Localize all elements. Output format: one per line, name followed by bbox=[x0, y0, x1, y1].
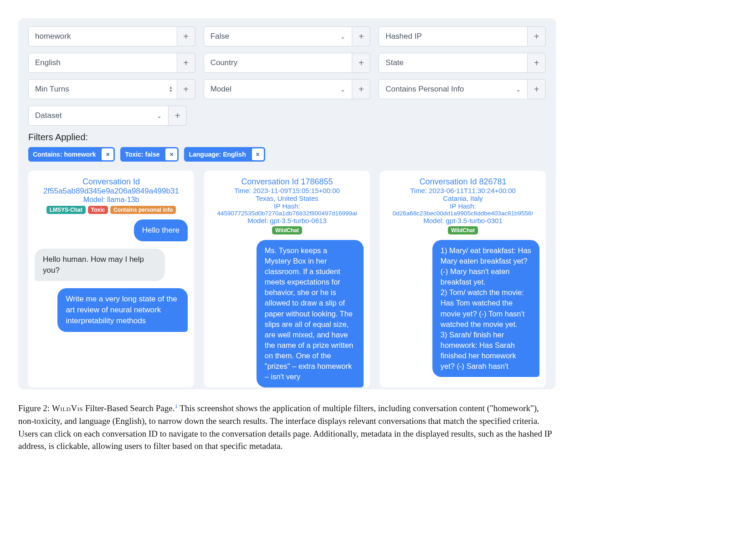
card-header: Conversation Id 2f55a5ab89d345e9a206a984… bbox=[35, 177, 188, 214]
conversation-id-label[interactable]: Conversation Id 1786855 bbox=[210, 177, 364, 187]
filter-state: State + bbox=[379, 53, 546, 73]
filter-country: Country + bbox=[204, 53, 371, 73]
chip-label: Contains: homework bbox=[28, 147, 100, 162]
keyword-input[interactable]: homework bbox=[28, 26, 177, 46]
filter-hashed-ip: Hashed IP + bbox=[379, 26, 546, 46]
chip-language: Language: English × bbox=[184, 147, 265, 162]
model-line[interactable]: Model: gpt-3.5-turbo-0613 bbox=[210, 217, 364, 224]
model-line[interactable]: Model: gpt-3.5-turbo-0301 bbox=[386, 217, 539, 224]
personal-info-select[interactable]: Contains Personal Info ⌄ bbox=[379, 79, 528, 99]
user-message: Ms. Tyson keeps a Mystery Box in her cla… bbox=[257, 240, 364, 387]
dataset-placeholder: Dataset bbox=[35, 111, 62, 120]
chevron-down-icon: ⌄ bbox=[516, 86, 521, 93]
number-spinner-icon[interactable]: ▴▾ bbox=[169, 86, 172, 92]
user-message: 1) Mary/ eat breakfast: Has Mary eaten b… bbox=[432, 240, 539, 377]
messages: Hello there Hello human. How may I help … bbox=[35, 219, 188, 387]
country-input[interactable]: Country bbox=[204, 53, 353, 73]
badge-lmsys[interactable]: LMSYS-Chat bbox=[46, 206, 86, 214]
chevron-down-icon: ⌄ bbox=[157, 112, 162, 119]
ip-hash[interactable]: 44590772535d0b7270a1db76832f800497d16999… bbox=[210, 210, 364, 217]
app-name: WildVis bbox=[52, 404, 83, 413]
add-keyword-button[interactable]: + bbox=[177, 26, 195, 46]
app-shell: homework + False ⌄ + Hashed IP + English… bbox=[18, 18, 556, 389]
filter-row-2: English + Country + State + bbox=[28, 53, 546, 73]
chip-remove-icon[interactable]: × bbox=[165, 148, 177, 160]
badge-personal-info[interactable]: Contains personal info bbox=[110, 206, 176, 214]
filter-language: English + bbox=[28, 53, 195, 73]
conversation-id[interactable]: 2f55a5ab89d345e9a206a9849a499b31 bbox=[35, 187, 188, 196]
figure-label: Figure 2: bbox=[18, 404, 52, 413]
chip-label: Language: English bbox=[184, 147, 250, 162]
location-line[interactable]: Catania, Italy bbox=[386, 194, 539, 202]
chip-contains: Contains: homework × bbox=[28, 147, 115, 162]
chip-toxic: Toxic: false × bbox=[120, 147, 179, 162]
filter-dataset: Dataset ⌄ + bbox=[28, 106, 187, 126]
add-model-button[interactable]: + bbox=[352, 79, 370, 99]
dataset-select[interactable]: Dataset ⌄ bbox=[28, 106, 169, 126]
toxic-value: False bbox=[210, 32, 230, 41]
messages: Ms. Tyson keeps a Mystery Box in her cla… bbox=[210, 240, 364, 387]
results-cards: Conversation Id 2f55a5ab89d345e9a206a984… bbox=[28, 171, 546, 389]
model-line[interactable]: Model: llama-13b bbox=[35, 196, 188, 204]
card-header: Conversation Id 1786855 Time: 2023-11-09… bbox=[210, 177, 364, 234]
figure-caption: Figure 2: WildVis Filter-Based Search Pa… bbox=[18, 402, 556, 453]
chip-remove-icon[interactable]: × bbox=[252, 148, 264, 160]
ip-hash-label: IP Hash: bbox=[210, 202, 364, 210]
filter-row-4: Dataset ⌄ + bbox=[28, 106, 546, 126]
ip-hash-label: IP Hash: bbox=[386, 202, 539, 210]
conversation-card[interactable]: Conversation Id 2f55a5ab89d345e9a206a984… bbox=[28, 171, 194, 387]
hashed-ip-input[interactable]: Hashed IP bbox=[379, 26, 528, 46]
ip-hash[interactable]: 0d26a68c23bec00dd1a9905c8ddbe403ac81b955… bbox=[386, 210, 539, 217]
badges: LMSYS-Chat Toxic Contains personal info bbox=[35, 206, 188, 214]
time-line[interactable]: Time: 2023-06-11T11:30:24+00:00 bbox=[386, 187, 539, 194]
filter-model: Model ⌄ + bbox=[204, 79, 371, 99]
chip-label: Toxic: false bbox=[120, 147, 164, 162]
personal-info-placeholder: Contains Personal Info bbox=[385, 85, 464, 94]
add-hashed-ip-button[interactable]: + bbox=[528, 26, 546, 46]
badge-toxic[interactable]: Toxic bbox=[88, 206, 108, 214]
conversation-id-label[interactable]: Conversation Id bbox=[35, 177, 188, 187]
min-turns-placeholder: Min Turns bbox=[35, 85, 69, 94]
filter-row-1: homework + False ⌄ + Hashed IP + bbox=[28, 26, 546, 46]
model-placeholder: Model bbox=[210, 85, 231, 94]
filter-toxic: False ⌄ + bbox=[204, 26, 371, 46]
add-language-button[interactable]: + bbox=[177, 53, 195, 73]
filter-min-turns: Min Turns ▴▾ + bbox=[28, 79, 195, 99]
filters-applied-label: Filters Applied: bbox=[28, 132, 546, 143]
badge-wildchat[interactable]: WildChat bbox=[448, 226, 478, 234]
conversation-id-label[interactable]: Conversation Id 826781 bbox=[386, 177, 539, 187]
user-message: Write me a very long state of the art re… bbox=[57, 288, 188, 331]
chevron-down-icon: ⌄ bbox=[340, 33, 345, 40]
add-state-button[interactable]: + bbox=[528, 53, 546, 73]
add-country-button[interactable]: + bbox=[352, 53, 370, 73]
filter-keyword: homework + bbox=[28, 26, 195, 46]
state-input[interactable]: State bbox=[379, 53, 528, 73]
applied-chips: Contains: homework × Toxic: false × Lang… bbox=[28, 147, 546, 162]
add-min-turns-button[interactable]: + bbox=[177, 79, 195, 99]
filter-personal-info: Contains Personal Info ⌄ + bbox=[379, 79, 546, 99]
conversation-card[interactable]: Conversation Id 826781 Time: 2023-06-11T… bbox=[380, 171, 546, 387]
toxic-select[interactable]: False ⌄ bbox=[204, 26, 353, 46]
card-header: Conversation Id 826781 Time: 2023-06-11T… bbox=[386, 177, 539, 234]
caption-title: Filter-Based Search Page. bbox=[83, 404, 175, 413]
language-input[interactable]: English bbox=[28, 53, 177, 73]
assistant-message: Hello human. How may I help you? bbox=[35, 249, 165, 281]
chip-remove-icon[interactable]: × bbox=[102, 148, 113, 160]
messages: 1) Mary/ eat breakfast: Has Mary eaten b… bbox=[386, 240, 539, 387]
badges: WildChat bbox=[386, 226, 539, 234]
time-line[interactable]: Time: 2023-11-09T15:05:15+00:00 bbox=[210, 187, 364, 194]
location-line[interactable]: Texas, United States bbox=[210, 194, 364, 202]
conversation-card[interactable]: Conversation Id 1786855 Time: 2023-11-09… bbox=[204, 171, 370, 387]
add-personal-info-button[interactable]: + bbox=[528, 79, 546, 99]
model-select[interactable]: Model ⌄ bbox=[204, 79, 353, 99]
add-toxic-button[interactable]: + bbox=[352, 26, 370, 46]
user-message: Hello there bbox=[134, 219, 188, 241]
filter-row-3: Min Turns ▴▾ + Model ⌄ + Contains Person… bbox=[28, 79, 546, 99]
badges: WildChat bbox=[210, 226, 364, 234]
badge-wildchat[interactable]: WildChat bbox=[272, 226, 302, 234]
min-turns-input[interactable]: Min Turns ▴▾ bbox=[28, 79, 177, 99]
add-dataset-button[interactable]: + bbox=[169, 106, 187, 126]
chevron-down-icon: ⌄ bbox=[340, 86, 345, 93]
